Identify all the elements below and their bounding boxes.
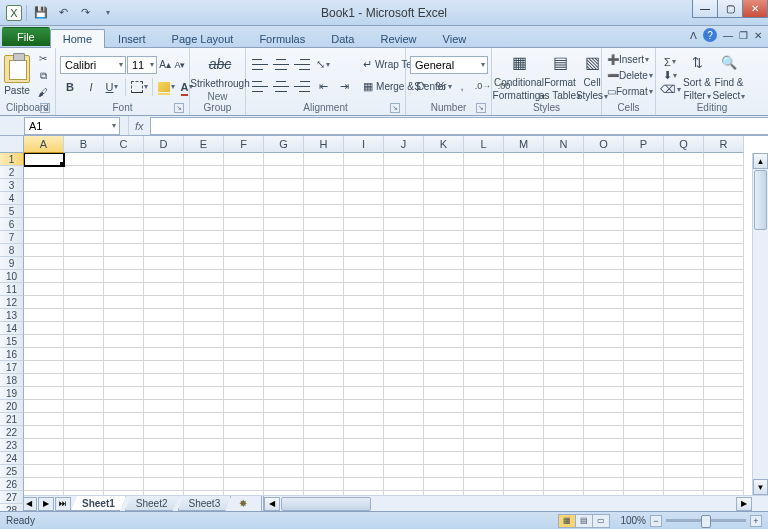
cell[interactable] [464,465,504,478]
cell[interactable] [184,244,224,257]
cell[interactable] [384,322,424,335]
cell[interactable] [24,257,64,270]
cell[interactable] [384,257,424,270]
cell[interactable] [624,322,664,335]
cell[interactable] [664,218,704,231]
cell[interactable] [584,322,624,335]
cell[interactable] [24,231,64,244]
cell[interactable] [104,257,144,270]
cell[interactable] [184,192,224,205]
cell[interactable] [344,231,384,244]
cell[interactable] [544,257,584,270]
cell[interactable] [544,452,584,465]
fill-icon[interactable]: ⬇▾ [660,69,680,83]
cell[interactable] [464,322,504,335]
cell[interactable] [704,413,744,426]
number-launcher-icon[interactable]: ↘ [476,103,486,113]
comma-format-icon[interactable]: , [452,76,472,96]
align-left-icon[interactable] [250,77,270,97]
cell[interactable] [624,400,664,413]
formula-input[interactable] [150,117,768,135]
cell[interactable] [384,335,424,348]
cell[interactable] [304,166,344,179]
cell[interactable] [424,387,464,400]
cell[interactable] [464,374,504,387]
cell[interactable] [384,270,424,283]
cut-icon[interactable]: ✂ [34,51,52,67]
cell[interactable] [104,335,144,348]
cell[interactable] [184,335,224,348]
cell[interactable] [664,257,704,270]
row-header[interactable]: 10 [0,270,24,283]
cell[interactable] [504,361,544,374]
qat-save-icon[interactable]: 💾 [31,3,51,23]
cell[interactable] [184,439,224,452]
cell[interactable] [304,335,344,348]
cell[interactable] [584,452,624,465]
cell[interactable] [704,387,744,400]
cell[interactable] [224,439,264,452]
cell[interactable] [584,153,624,166]
cell[interactable] [264,361,304,374]
cell[interactable] [584,296,624,309]
cell[interactable] [504,452,544,465]
cell[interactable] [64,465,104,478]
cell[interactable] [224,309,264,322]
cell[interactable] [344,296,384,309]
cell[interactable] [424,322,464,335]
column-header[interactable]: J [384,136,424,153]
cell[interactable] [224,179,264,192]
cell[interactable] [344,270,384,283]
minimize-ribbon-icon[interactable]: ᐱ [690,30,697,41]
cell[interactable] [184,400,224,413]
cell[interactable] [24,205,64,218]
cell[interactable] [264,400,304,413]
column-header[interactable]: Q [664,136,704,153]
row-header[interactable]: 23 [0,439,24,452]
cell[interactable] [144,426,184,439]
column-header[interactable]: L [464,136,504,153]
cell[interactable] [224,452,264,465]
view-normal-icon[interactable]: ▦ [558,514,576,528]
cell[interactable] [104,283,144,296]
cell[interactable] [304,244,344,257]
cell[interactable] [424,361,464,374]
cell[interactable] [104,413,144,426]
cell[interactable] [104,322,144,335]
cell[interactable] [544,296,584,309]
cell[interactable] [664,413,704,426]
cell[interactable] [264,244,304,257]
cell[interactable] [144,166,184,179]
column-header[interactable]: M [504,136,544,153]
cell[interactable] [704,322,744,335]
accounting-format-icon[interactable]: $▾ [410,76,430,96]
cell[interactable] [304,413,344,426]
cell[interactable] [424,400,464,413]
cell[interactable] [224,361,264,374]
cell[interactable] [544,348,584,361]
cell[interactable] [344,361,384,374]
cell[interactable] [464,153,504,166]
cell[interactable] [344,400,384,413]
cell[interactable] [464,439,504,452]
cell[interactable] [704,452,744,465]
cell[interactable] [224,283,264,296]
cell[interactable] [304,400,344,413]
decrease-font-icon[interactable]: A▾ [173,55,187,75]
cell[interactable] [424,192,464,205]
cell[interactable] [264,257,304,270]
increase-indent-icon[interactable]: ⇥ [334,77,354,97]
cell[interactable] [184,478,224,491]
cell[interactable] [424,270,464,283]
cell[interactable] [584,309,624,322]
cell[interactable] [424,218,464,231]
cell[interactable] [704,335,744,348]
cell[interactable] [384,374,424,387]
cell[interactable] [424,166,464,179]
cell[interactable] [464,179,504,192]
cell[interactable] [264,192,304,205]
cell[interactable] [704,283,744,296]
cell[interactable] [224,478,264,491]
column-header[interactable]: H [304,136,344,153]
tab-file[interactable]: File [2,27,50,46]
